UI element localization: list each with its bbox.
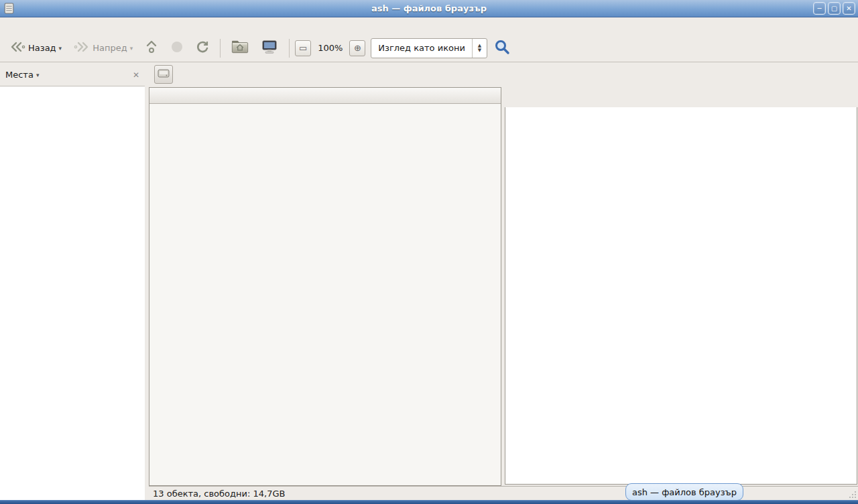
- back-label: Назад: [28, 43, 56, 53]
- toolbar-separator: [220, 39, 221, 58]
- taskbar-window-button[interactable]: ash — файлов браузър: [625, 483, 743, 501]
- file-list-pane: [149, 87, 501, 486]
- window-title: ash — файлов браузър: [0, 3, 858, 13]
- table-header: [149, 88, 501, 104]
- zoom-in-button[interactable]: ⊕: [349, 40, 365, 56]
- stop-button[interactable]: [165, 37, 189, 60]
- app-icon: [3, 3, 15, 14]
- tab-bar: [504, 87, 858, 107]
- toolbar: Назад ▾ Напред ▾ ▭ 100% ⊕ Изглед като ик…: [0, 34, 858, 62]
- home-button[interactable]: [226, 37, 254, 60]
- forward-button[interactable]: Напред ▾: [68, 37, 138, 60]
- drive-icon: [158, 68, 170, 80]
- toolbar-separator: [289, 39, 290, 58]
- places-close-icon[interactable]: ✕: [133, 70, 139, 80]
- resize-grip[interactable]: [849, 491, 857, 499]
- statusbar: 13 обекта, свободни: 14,7GB: [149, 486, 858, 500]
- view-mode-select[interactable]: Изглед като икони ▲▼: [371, 38, 487, 58]
- places-dropdown-icon: ▾: [36, 72, 40, 78]
- menubar: [0, 17, 858, 34]
- back-dropdown-icon[interactable]: ▾: [59, 45, 62, 52]
- back-button[interactable]: Назад ▾: [4, 37, 67, 60]
- forward-dropdown-icon: ▾: [130, 45, 133, 52]
- zoom-level: 100%: [312, 43, 348, 53]
- maximize-button-icon[interactable]: ▢: [828, 2, 841, 15]
- places-selector[interactable]: Места ▾: [5, 70, 39, 80]
- view-mode-spinner-icon[interactable]: ▲▼: [472, 39, 487, 58]
- places-label: Места: [5, 70, 34, 80]
- status-text: 13 обекта, свободни: 14,7GB: [153, 489, 285, 499]
- forward-label: Напред: [93, 43, 127, 53]
- search-button[interactable]: [489, 37, 515, 60]
- taskbar-strip: [0, 500, 858, 504]
- taskbar-window-label: ash — файлов браузър: [632, 487, 737, 497]
- zoom-out-button[interactable]: ▭: [295, 40, 311, 56]
- icon-view[interactable]: [505, 107, 857, 485]
- home-icon: [231, 40, 249, 56]
- tree-pane-pathbar: [149, 64, 501, 87]
- minimize-button-icon[interactable]: ─: [813, 2, 826, 15]
- titlebar[interactable]: ash — файлов браузър ─ ▢ ✕: [0, 0, 858, 17]
- places-header: Места ▾ ✕: [0, 64, 145, 86]
- close-button-icon[interactable]: ✕: [843, 2, 855, 15]
- stop-icon: [170, 40, 184, 56]
- file-browser-window: ash — файлов браузър ─ ▢ ✕ Назад ▾ Напре…: [0, 0, 858, 504]
- computer-icon: [261, 40, 278, 56]
- forward-icon: [74, 41, 90, 55]
- breadcrumb: [504, 64, 858, 87]
- reload-button[interactable]: [190, 37, 214, 60]
- places-sidebar: [0, 86, 145, 500]
- reload-icon: [196, 40, 209, 56]
- search-icon: [494, 39, 510, 57]
- view-mode-value: Изглед като икони: [371, 43, 472, 53]
- back-icon: [9, 41, 25, 55]
- root-drive-button[interactable]: [154, 65, 173, 84]
- up-button[interactable]: [139, 37, 164, 60]
- computer-button[interactable]: [255, 37, 284, 60]
- up-icon: [145, 40, 158, 56]
